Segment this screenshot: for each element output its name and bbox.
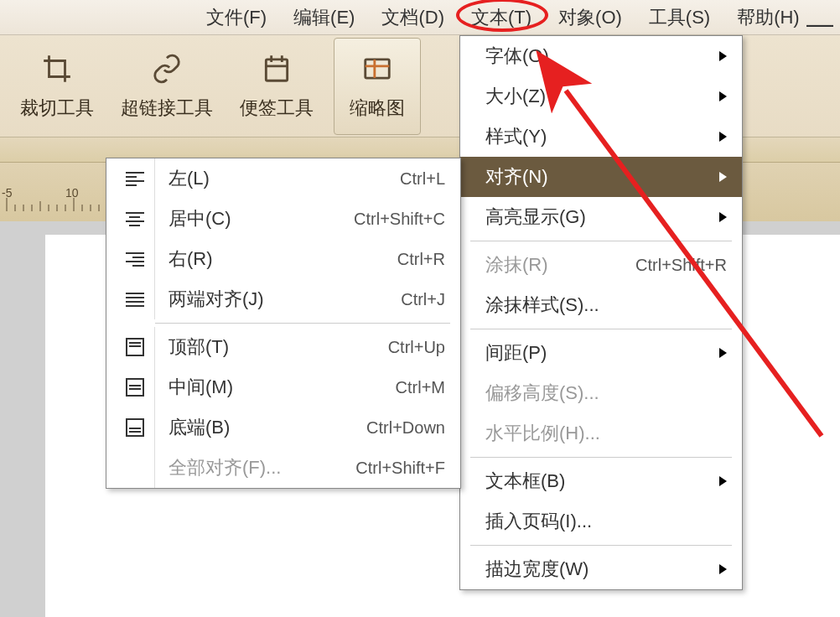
menu-text[interactable]: 文本(T) <box>466 2 537 34</box>
minimize-button[interactable]: — <box>806 8 833 39</box>
submenu-arrow-icon <box>719 132 727 142</box>
menu-align[interactable]: 对齐(N) <box>460 157 742 197</box>
align-left-icon <box>126 172 144 186</box>
align-submenu: 左(L)Ctrl+L 居中(C)Ctrl+Shift+C 右(R)Ctrl+R … <box>106 158 461 489</box>
hyperlink-tool-label: 超链接工具 <box>121 96 213 121</box>
menu-edit[interactable]: 编辑(E) <box>288 2 360 34</box>
note-icon <box>260 52 293 86</box>
align-middle-icon <box>126 378 144 397</box>
submenu-arrow-icon <box>719 172 727 182</box>
align-justify[interactable]: 两端对齐(J)Ctrl+J <box>106 279 460 319</box>
menu-tools[interactable]: 工具(S) <box>644 2 715 34</box>
align-top[interactable]: 顶部(T)Ctrl+Up <box>106 327 460 367</box>
separator <box>470 545 732 546</box>
menu-horiz-scale: 水平比例(H)... <box>460 413 742 454</box>
align-all: 全部对齐(F)...Ctrl+Shift+F <box>106 448 460 488</box>
separator <box>155 323 450 324</box>
align-bottom-icon <box>126 418 144 437</box>
note-tool-button[interactable]: 便签工具 <box>226 45 327 127</box>
ruler-number: 10 <box>65 186 79 200</box>
svg-rect-0 <box>266 59 287 80</box>
align-left[interactable]: 左(L)Ctrl+L <box>106 158 460 199</box>
align-justify-icon <box>126 293 144 307</box>
menu-object[interactable]: 对象(O) <box>553 2 627 34</box>
ruler-number: -5 <box>2 186 12 200</box>
menu-font[interactable]: 字体(O) <box>460 36 742 76</box>
thumbnail-icon <box>360 52 394 86</box>
hyperlink-tool-button[interactable]: 超链接工具 <box>107 45 226 127</box>
menu-smear: 涂抹(R)Ctrl+Shift+R <box>460 245 742 285</box>
submenu-arrow-icon <box>719 564 727 574</box>
submenu-arrow-icon <box>719 476 727 486</box>
submenu-arrow-icon <box>719 91 727 101</box>
align-center-icon <box>126 212 144 226</box>
menu-smear-style[interactable]: 涂抹样式(S)... <box>460 285 742 325</box>
submenu-arrow-icon <box>719 212 727 222</box>
menu-style[interactable]: 样式(Y) <box>460 117 742 157</box>
menu-document[interactable]: 文档(D) <box>376 2 449 34</box>
crop-icon <box>40 52 74 86</box>
align-top-icon <box>126 338 144 356</box>
crop-tool-button[interactable]: 裁切工具 <box>7 45 107 127</box>
align-right-icon <box>126 252 144 267</box>
menu-highlight[interactable]: 高亮显示(G) <box>460 197 742 237</box>
menu-help[interactable]: 帮助(H) <box>732 2 805 34</box>
menu-insert-pagenum[interactable]: 插入页码(I)... <box>460 501 742 542</box>
thumbnail-label: 缩略图 <box>350 96 405 121</box>
thumbnail-button[interactable]: 缩略图 <box>334 38 421 135</box>
crop-tool-label: 裁切工具 <box>20 96 94 121</box>
menu-spacing[interactable]: 间距(P) <box>460 333 742 373</box>
separator <box>470 241 732 241</box>
menu-file[interactable]: 文件(F) <box>201 2 272 34</box>
text-menu-dropdown: 字体(O) 大小(Z) 样式(Y) 对齐(N) 高亮显示(G) 涂抹(R)Ctr… <box>459 35 743 590</box>
separator <box>470 457 732 458</box>
separator <box>470 329 732 329</box>
align-bottom[interactable]: 底端(B)Ctrl+Down <box>106 407 460 448</box>
menu-offset-height: 偏移高度(S)... <box>460 373 742 413</box>
menu-stroke-width[interactable]: 描边宽度(W) <box>460 549 742 589</box>
align-center[interactable]: 居中(C)Ctrl+Shift+C <box>106 199 460 239</box>
svg-rect-1 <box>366 59 390 77</box>
menubar: 文件(F) 编辑(E) 文档(D) 文本(T) 对象(O) 工具(S) 帮助(H… <box>0 0 840 35</box>
link-icon <box>150 52 184 86</box>
submenu-arrow-icon <box>719 348 727 358</box>
align-right[interactable]: 右(R)Ctrl+R <box>106 239 460 279</box>
align-middle[interactable]: 中间(M)Ctrl+M <box>106 367 460 407</box>
menu-size[interactable]: 大小(Z) <box>460 76 742 117</box>
menu-textbox[interactable]: 文本框(B) <box>460 461 742 501</box>
submenu-arrow-icon <box>719 51 727 61</box>
note-tool-label: 便签工具 <box>240 96 314 121</box>
